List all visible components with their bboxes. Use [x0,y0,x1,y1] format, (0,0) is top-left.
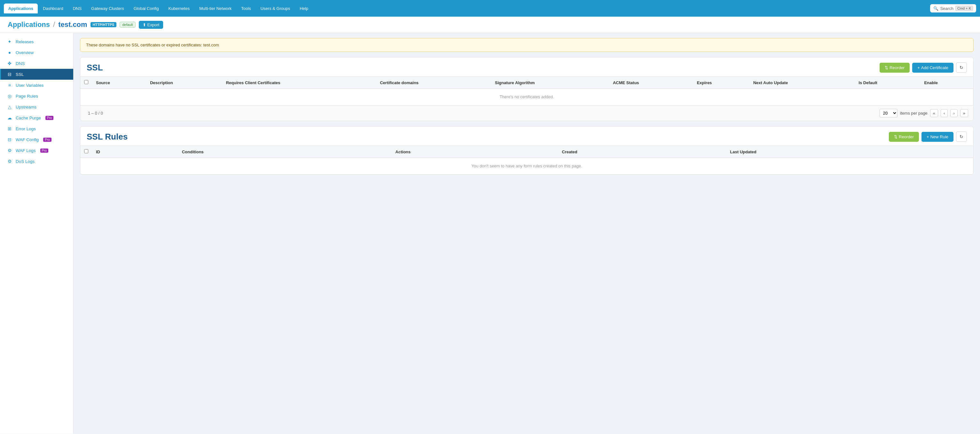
overview-icon: ● [7,50,13,55]
warning-message: These domains have no SSL certificates o… [86,43,219,47]
badge-default: default [119,22,135,27]
nav-tab-multi-tier-network[interactable]: Multi-tier Network [195,3,236,13]
rules-col-created: Created [558,146,726,158]
main-content: These domains have no SSL certificates o… [73,33,980,434]
ssl-page-count: 1 – 0 / 0 [85,111,103,115]
reorder-label: Reorder [889,65,905,70]
dns-icon: ✤ [7,61,13,66]
rules-reorder-icon: ⇅ [894,134,897,139]
add-icon: + [917,65,920,70]
ssl-rules-title: SSL Rules [87,132,127,142]
export-button[interactable]: ⬆ Export [139,21,164,29]
ssl-rules-header-row: ID Conditions Actions Created Last Updat… [80,146,973,158]
ssl-last-page-button[interactable]: » [960,109,968,117]
pro-badge-waf-logs: Pro [40,148,49,153]
nav-tab-tools[interactable]: Tools [237,3,255,13]
ssl-prev-page-button[interactable]: ‹ [941,109,948,117]
page-rules-icon: ◎ [7,93,13,99]
ssl-table: Source Description Requires Client Certi… [80,77,973,105]
ssl-col-acme-status: ACME Status [609,77,693,89]
export-icon: ⬆ [143,22,146,27]
sidebar-item-cache-purge[interactable]: ☁ Cache Purge Pro [0,112,73,123]
error-logs-icon: ⊞ [7,126,13,131]
rules-reorder-label: Reorder [899,134,914,139]
nav-tab-help[interactable]: Help [295,3,313,13]
sidebar-item-label: WAF Logs [16,148,36,153]
sidebar-item-waf-config[interactable]: ⊟ WAF Config Pro [0,134,73,145]
ssl-col-source: Source [92,77,146,89]
add-certificate-button[interactable]: + Add Certificate [912,63,953,73]
cache-purge-icon: ☁ [7,115,13,120]
sidebar-item-dos-logs[interactable]: ⚙ DoS Logs [0,156,73,167]
ssl-rules-card-header: SSL Rules ⇅ Reorder + New Rule ↻ [80,126,973,146]
nav-tab-dashboard[interactable]: Dashboard [38,3,68,13]
ssl-rules-empty-row: You don't seem to have any form rules cr… [80,158,973,174]
ssl-empty-message: There's no certificates added. [80,89,973,105]
badge-http-https: HTTP/HTTPS [91,22,117,27]
nav-tab-global-config[interactable]: Global Config [129,3,164,13]
page-header: Applications / test.com HTTP/HTTPS defau… [0,17,980,33]
sidebar-item-label: SSL [16,72,24,77]
search-box[interactable]: 🔍 Search Cmd + K [930,4,976,13]
ssl-title: SSL [87,63,103,73]
ssl-select-all-checkbox[interactable] [84,80,88,84]
sidebar-item-label: Page Rules [16,94,38,99]
new-rule-button[interactable]: + New Rule [921,132,953,142]
warning-banner: These domains have no SSL certificates o… [80,38,974,52]
nav-tab-gateway-clusters[interactable]: Gateway Clusters [87,3,129,13]
rules-select-all-checkbox[interactable] [84,149,88,153]
upstreams-icon: △ [7,104,13,110]
nav-tab-kubernetes[interactable]: Kubernetes [164,3,194,13]
rules-col-conditions: Conditions [178,146,391,158]
sidebar-item-label: DNS [16,61,25,66]
new-rule-label: New Rule [931,134,948,139]
reorder-icon: ⇅ [885,65,888,70]
pro-badge-waf-config: Pro [43,138,51,142]
ssl-rules-empty-message: You don't seem to have any form rules cr… [80,158,973,174]
new-rule-icon: + [927,134,929,139]
rules-col-last-updated: Last Updated [726,146,973,158]
ssl-col-description: Description [146,77,222,89]
sidebar-item-label: WAF Config [16,137,39,142]
ssl-card: SSL ⇅ Reorder + Add Certificate ↻ [80,57,974,121]
ssl-table-header-row: Source Description Requires Client Certi… [80,77,973,89]
sidebar-item-overview[interactable]: ● Overview [0,47,73,58]
ssl-reorder-button[interactable]: ⇅ Reorder [880,63,910,73]
dos-logs-icon: ⚙ [7,159,13,164]
sidebar-item-dns[interactable]: ✤ DNS [0,58,73,69]
nav-tab-users-groups[interactable]: Users & Groups [256,3,294,13]
sidebar-item-label: User Variables [16,83,44,88]
sidebar-item-page-rules[interactable]: ◎ Page Rules [0,91,73,102]
ssl-empty-row: There's no certificates added. [80,89,973,105]
sidebar-item-error-logs[interactable]: ⊞ Error Logs [0,123,73,134]
sidebar-item-ssl[interactable]: ⊟ SSL [0,69,73,80]
ssl-header-checkbox [80,77,92,89]
ssl-table-wrap: Source Description Requires Client Certi… [80,77,973,105]
sidebar-item-releases[interactable]: ✦ Releases [0,36,73,47]
ssl-rules-reorder-button[interactable]: ⇅ Reorder [889,132,919,142]
ssl-rules-refresh-button[interactable]: ↻ [956,132,967,142]
breadcrumb-applications[interactable]: Applications [8,21,50,29]
ssl-card-actions: ⇅ Reorder + Add Certificate ↻ [880,62,967,73]
releases-icon: ✦ [7,39,13,44]
nav-tab-applications[interactable]: Applications [4,3,38,13]
nav-tab-dns[interactable]: DNS [68,3,86,13]
ssl-rules-table: ID Conditions Actions Created Last Updat… [80,146,973,174]
ssl-refresh-button[interactable]: ↻ [956,62,967,73]
ssl-next-page-button[interactable]: › [950,109,957,117]
ssl-first-page-button[interactable]: « [930,109,938,117]
main-layout: ✦ Releases ● Overview ✤ DNS ⊟ SSL ≡ User… [0,33,980,434]
rules-header-checkbox [80,146,92,158]
ssl-col-is-default: Is Default [854,77,920,89]
waf-logs-icon: ⚙ [7,148,13,153]
sidebar-item-upstreams[interactable]: △ Upstreams [0,102,73,112]
ssl-per-page-select[interactable]: 10 20 50 100 [880,109,897,118]
sidebar-item-waf-logs[interactable]: ⚙ WAF Logs Pro [0,145,73,156]
ssl-col-enable: Enable [920,77,973,89]
rules-col-actions: Actions [391,146,558,158]
ssl-card-header: SSL ⇅ Reorder + Add Certificate ↻ [80,57,973,77]
ssl-col-next-auto-update: Next Auto Update [749,77,854,89]
sidebar-item-label: DoS Logs [16,159,35,164]
sidebar-item-user-variables[interactable]: ≡ User Variables [0,80,73,91]
pro-badge-cache: Pro [45,116,54,120]
